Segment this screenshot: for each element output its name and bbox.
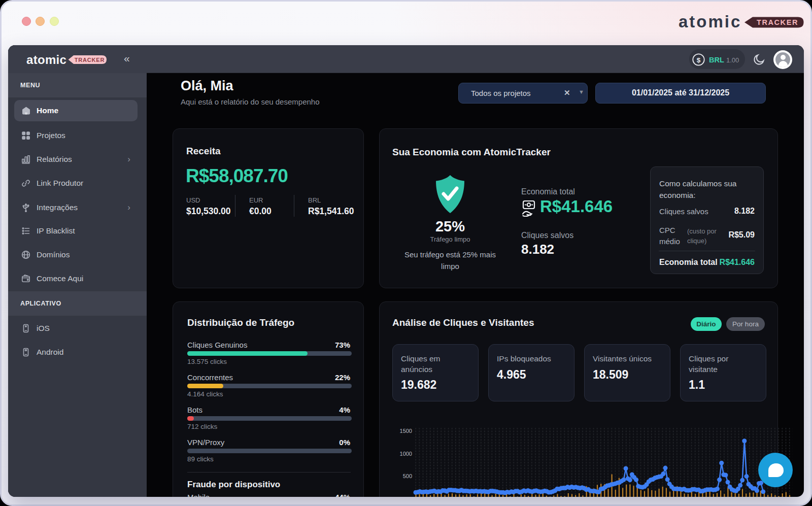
svg-text:1500: 1500 (400, 428, 412, 434)
svg-text:500: 500 (403, 473, 412, 479)
svg-text:TRACKER: TRACKER (757, 18, 798, 26)
svg-text:TRACKER: TRACKER (75, 57, 105, 63)
svg-text:$: $ (697, 56, 701, 63)
svg-text:1000: 1000 (400, 451, 412, 457)
